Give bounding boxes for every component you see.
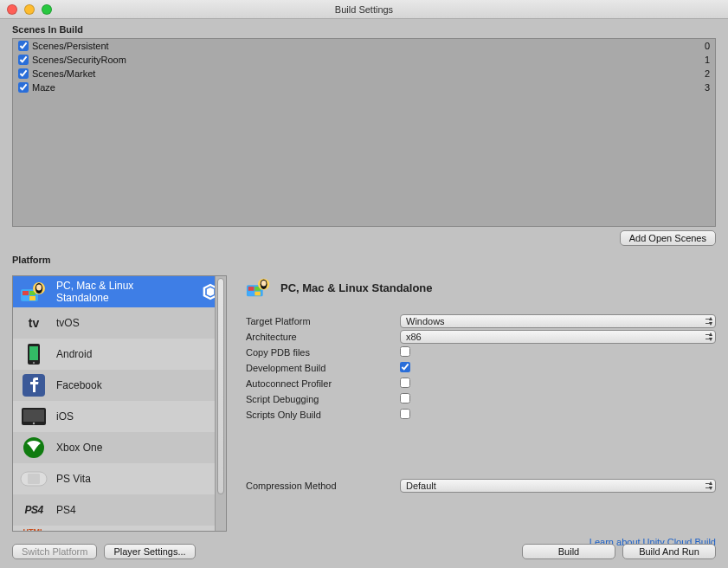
platform-item-label: Android [56,348,219,360]
scene-index: 2 [705,68,710,79]
scene-row[interactable]: Scenes/Persistent 0 [13,39,715,53]
svg-point-7 [36,285,42,291]
script-debug-checkbox[interactable] [400,393,410,403]
platform-item-label: PS Vita [56,473,219,485]
platform-item-label: Facebook [56,379,219,391]
platform-item-android[interactable]: Android [13,339,226,370]
architecture-value: x86 [406,332,422,342]
ps4-icon: PS4 [20,498,48,522]
svg-point-14 [33,423,35,424]
scene-row[interactable]: Maze 3 [13,81,715,94]
scene-row[interactable]: Scenes/Market 2 [13,67,715,81]
html5-icon: HTML [20,526,48,532]
svg-point-10 [33,362,35,364]
zoom-window-button[interactable] [42,4,52,15]
svg-rect-3 [23,296,29,300]
platform-heading: Platform [12,253,716,267]
appletv-icon: tv [20,311,48,335]
scene-checkbox[interactable] [18,55,29,65]
script-debug-label: Script Debugging [246,394,400,404]
platform-item-label: tvOS [56,317,219,329]
add-open-scenes-button[interactable]: Add Open Scenes [620,230,716,246]
svg-rect-19 [248,287,254,291]
platform-item-ios[interactable]: iOS [13,401,226,432]
svg-point-25 [261,281,267,287]
compression-value: Default [406,481,436,491]
copy-pdb-label: Copy PDB files [246,347,400,358]
svg-rect-22 [254,292,261,296]
scrollbar-thumb[interactable] [217,278,224,494]
scene-checkbox[interactable] [18,41,29,51]
scene-checkbox[interactable] [18,82,29,93]
close-window-button[interactable] [7,4,17,15]
scene-index: 3 [705,82,710,93]
xbox-icon [20,436,48,460]
window-controls [7,4,52,15]
svg-rect-4 [29,296,35,300]
dev-build-checkbox[interactable] [400,362,410,372]
scenes-list[interactable]: Scenes/Persistent 0 Scenes/SecurityRoom … [12,38,716,227]
scene-name: Maze [32,82,705,93]
scene-index: 0 [705,41,710,51]
autoconnect-checkbox[interactable] [400,378,410,388]
ios-icon [20,404,48,429]
compression-label: Compression Method [246,481,400,491]
platform-details: PC, Mac & Linux Standalone Target Platfo… [246,275,716,537]
psvita-icon [20,467,48,491]
svg-rect-9 [29,346,38,360]
platform-item-ps4[interactable]: PS4 PS4 [13,494,226,526]
window-title: Build Settings [0,4,728,15]
platform-item-label: PC, Mac & Linux Standalone [56,280,183,304]
scripts-only-label: Scripts Only Build [246,410,400,420]
scene-row[interactable]: Scenes/SecurityRoom 1 [13,53,715,67]
facebook-icon [20,373,48,397]
scene-checkbox[interactable] [18,68,29,79]
player-settings-button[interactable]: Player Settings... [104,544,195,559]
build-and-run-button[interactable]: Build And Run [622,544,716,559]
minimize-window-button[interactable] [24,4,35,15]
platform-scrollbar[interactable] [215,276,226,531]
dev-build-label: Development Build [246,363,400,373]
scene-name: Scenes/SecurityRoom [32,55,705,65]
architecture-label: Architecture [246,332,400,342]
svg-rect-1 [23,291,29,295]
copy-pdb-checkbox[interactable] [400,346,410,357]
svg-rect-13 [23,410,44,422]
scene-name: Scenes/Persistent [32,41,705,51]
platform-item-label: iOS [56,410,219,423]
build-button[interactable]: Build [522,544,615,559]
platform-item-xboxone[interactable]: Xbox One [13,432,226,463]
platform-item-label: Xbox One [56,442,219,454]
platform-item-facebook[interactable]: Facebook [13,370,226,401]
details-title: PC, Mac & Linux Standalone [280,281,433,294]
svg-rect-21 [248,292,254,296]
compression-select[interactable]: Default ▴▾ [400,479,716,493]
target-platform-label: Target Platform [246,316,400,326]
scenes-heading: Scenes In Build [12,23,716,36]
titlebar: Build Settings [0,0,728,19]
android-icon [20,342,48,366]
platform-item-standalone[interactable]: PC, Mac & Linux Standalone [13,276,226,307]
scene-index: 1 [705,55,710,65]
platform-list[interactable]: PC, Mac & Linux Standalone tv tvOS Andro… [12,275,227,532]
switch-platform-button[interactable]: Switch Platform [12,544,97,559]
scene-name: Scenes/Market [32,68,705,79]
autoconnect-label: Autoconnect Profiler [246,378,400,389]
svg-rect-17 [28,474,40,484]
platform-item-label: PS4 [56,504,219,516]
platform-item-tvos[interactable]: tv tvOS [13,307,226,339]
standalone-icon [20,280,48,304]
platform-item-psvita[interactable]: PS Vita [13,463,226,494]
target-platform-value: Windows [406,316,445,326]
architecture-select[interactable]: x86 ▴▾ [400,330,716,344]
platform-item-html5[interactable]: HTML [13,526,226,532]
target-platform-select[interactable]: Windows ▴▾ [400,314,716,328]
scripts-only-checkbox[interactable] [400,409,410,419]
standalone-icon [246,275,272,300]
